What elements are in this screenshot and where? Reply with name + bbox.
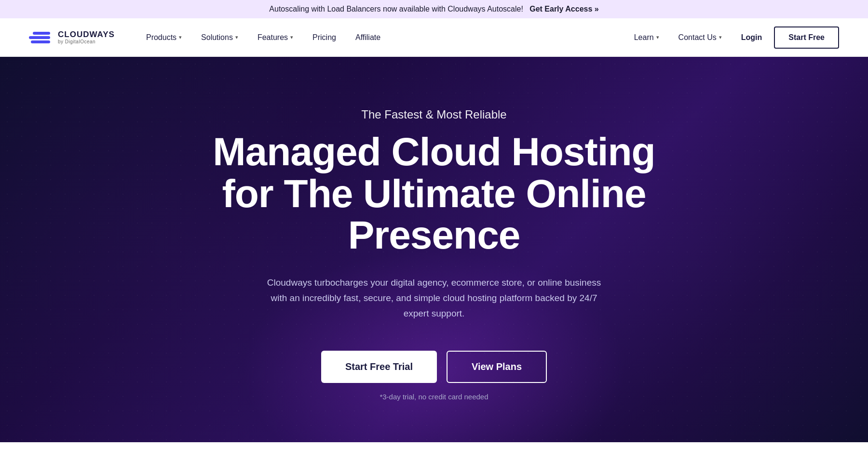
nav-item-affiliate[interactable]: Affiliate xyxy=(348,28,388,47)
hero-subtitle: The Fastest & Most Reliable xyxy=(193,108,675,121)
hero-description: Cloudways turbocharges your digital agen… xyxy=(265,275,603,322)
chevron-down-icon: ▾ xyxy=(179,34,182,40)
nav-item-learn[interactable]: Learn ▾ xyxy=(627,28,666,47)
nav-left: Products ▾ Solutions ▾ Features ▾ Pricin… xyxy=(139,28,627,47)
login-button[interactable]: Login xyxy=(734,28,770,47)
announcement-text: Autoscaling with Load Balancers now avai… xyxy=(269,5,523,13)
svg-rect-0 xyxy=(33,32,50,35)
hero-title: Managed Cloud Hosting for The Ultimate O… xyxy=(193,131,675,255)
chevron-down-icon: ▾ xyxy=(290,34,293,40)
nav-item-products[interactable]: Products ▾ xyxy=(139,28,189,47)
hero-disclaimer: *3-day trial, no credit card needed xyxy=(193,393,675,401)
chevron-down-icon: ▾ xyxy=(235,34,238,40)
navbar: CLOUDWAYS by DigitalOcean Products ▾ Sol… xyxy=(0,18,868,57)
nav-item-contact[interactable]: Contact Us ▾ xyxy=(671,28,729,47)
logo-icon xyxy=(29,28,53,47)
svg-rect-1 xyxy=(29,36,50,39)
nav-item-solutions[interactable]: Solutions ▾ xyxy=(194,28,245,47)
svg-rect-2 xyxy=(31,40,50,43)
hero-section: The Fastest & Most Reliable Managed Clou… xyxy=(0,57,868,442)
announcement-bar: Autoscaling with Load Balancers now avai… xyxy=(0,0,868,18)
start-free-button[interactable]: Start Free xyxy=(774,26,839,49)
nav-right: Learn ▾ Contact Us ▾ Login Start Free xyxy=(627,26,839,49)
nav-item-pricing[interactable]: Pricing xyxy=(305,28,343,47)
hero-buttons: Start Free Trial View Plans xyxy=(193,351,675,383)
announcement-cta[interactable]: Get Early Access » xyxy=(529,5,599,13)
view-plans-button[interactable]: View Plans xyxy=(447,351,547,383)
hero-content: The Fastest & Most Reliable Managed Clou… xyxy=(193,108,675,400)
start-trial-button[interactable]: Start Free Trial xyxy=(321,351,437,383)
logo[interactable]: CLOUDWAYS by DigitalOcean xyxy=(29,28,115,47)
chevron-down-icon: ▾ xyxy=(656,34,659,40)
nav-item-features[interactable]: Features ▾ xyxy=(250,28,300,47)
chevron-down-icon: ▾ xyxy=(719,34,722,40)
logo-text: CLOUDWAYS by DigitalOcean xyxy=(58,30,115,45)
